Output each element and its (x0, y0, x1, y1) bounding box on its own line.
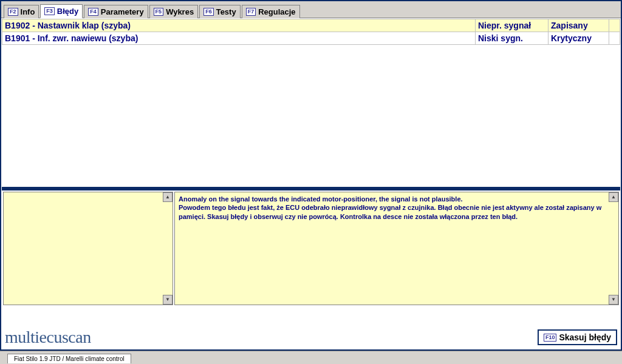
error-signal: Niepr. sygnał (476, 19, 549, 32)
tab-errors[interactable]: F3 Błędy (40, 4, 83, 18)
table-row[interactable]: B1901 - Inf. zwr. nawiewu (szyba) Niski … (2, 32, 620, 45)
error-code-desc: B1901 - Inf. zwr. nawiewu (szyba) (2, 32, 476, 45)
bottom-bar: multiecuscan F10 Skasuj błędy (1, 326, 621, 349)
detail-left-content (4, 192, 173, 305)
tab-label: Info (21, 7, 35, 16)
tab-tests[interactable]: F6 Testy (199, 5, 241, 18)
tab-chart[interactable]: F5 Wykres (149, 5, 199, 18)
scroll-up-icon[interactable]: ▲ (163, 192, 173, 202)
tab-label: Błędy (57, 7, 78, 16)
scroll-down-icon[interactable]: ▼ (163, 295, 173, 305)
tab-info[interactable]: F2 Info (4, 5, 39, 18)
detail-pane-left: ▲ ▼ (3, 192, 173, 305)
tab-label: Testy (216, 7, 236, 16)
scroll-up-icon[interactable]: ▲ (609, 192, 618, 202)
error-status: Krytyczny (549, 32, 609, 45)
error-status: Zapisany (549, 19, 609, 32)
scroll-down-icon[interactable]: ▼ (609, 295, 618, 305)
table-row[interactable]: B1902 - Nastawnik klap (szyba) Niepr. sy… (2, 19, 620, 32)
error-end-cell (609, 19, 620, 32)
errors-table: B1902 - Nastawnik klap (szyba) Niepr. sy… (2, 19, 620, 189)
tab-label: Parametery (101, 7, 144, 16)
status-bar: Fiat Stilo 1.9 JTD / Marelli climate con… (0, 351, 622, 364)
error-end-cell (609, 32, 620, 45)
clear-button-label: Skasuj błędy (559, 332, 611, 342)
error-code-desc: B1902 - Nastawnik klap (szyba) (2, 19, 476, 32)
tab-parameters[interactable]: F4 Parametery (84, 5, 148, 18)
status-vehicle-tab[interactable]: Fiat Stilo 1.9 JTD / Marelli climate con… (7, 354, 131, 363)
clear-errors-button[interactable]: F10 Skasuj błędy (538, 329, 617, 345)
tab-label: Regulacje (258, 7, 295, 16)
tab-label: Wykres (166, 7, 194, 16)
detail-text: Anomaly on the signal towards the indica… (175, 192, 618, 305)
error-signal: Niski sygn. (476, 32, 549, 45)
fkey-badge: F7 (246, 8, 256, 16)
tabs-bar: F2 Info F3 Błędy F4 Parametery F5 Wykres… (1, 1, 621, 18)
tab-adjustments[interactable]: F7 Regulacje (242, 5, 300, 18)
fkey-badge: F3 (44, 7, 55, 15)
fkey-badge: F5 (154, 8, 164, 16)
main-area: B1902 - Nastawnik klap (szyba) Niepr. sy… (1, 18, 621, 326)
fkey-badge: F2 (8, 8, 18, 16)
details-row: ▲ ▼ ▲ Anomaly on the signal towards the … (2, 189, 620, 306)
fkey-badge: F4 (88, 8, 98, 16)
fkey-badge: F6 (203, 8, 214, 16)
app-logo: multiecuscan (5, 328, 91, 347)
detail-pane-right: ▲ Anomaly on the signal towards the indi… (174, 192, 619, 305)
fkey-badge: F10 (544, 334, 557, 342)
